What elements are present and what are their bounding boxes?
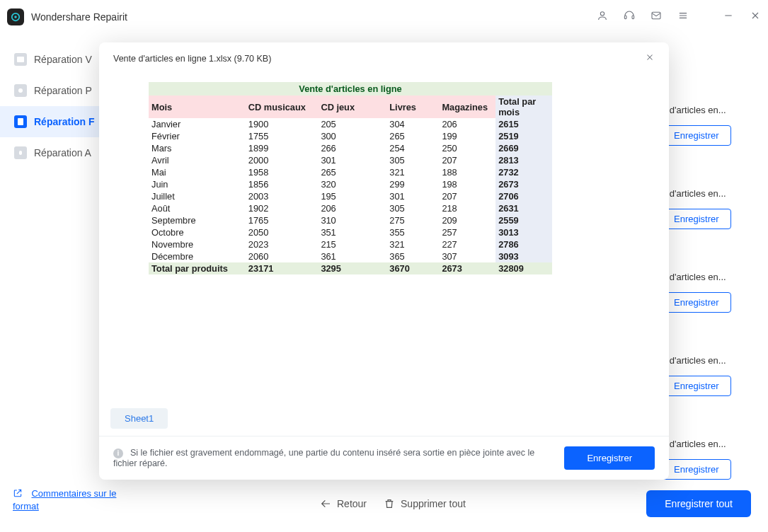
preview-modal: Vente d'articles en ligne 1.xlsx (9.70 K… [99, 42, 669, 480]
totals-label: Total par produits [149, 262, 246, 274]
svg-rect-8 [18, 118, 23, 125]
back-button[interactable]: Retour [320, 498, 367, 509]
col-header: Total par mois [495, 96, 552, 118]
table-row: Octobre20503513552573013 [149, 226, 552, 238]
table-row: Août19022063052182631 [149, 202, 552, 214]
table-row: Juillet20031953012072706 [149, 190, 552, 202]
cell-month: Septembre [149, 214, 246, 226]
cell-mags: 206 [439, 118, 495, 130]
file-card-name: e d'articles en... [662, 105, 754, 115]
feedback-link[interactable]: Commentaires sur le format [0, 477, 151, 532]
header-row: Mois CD musicaux CD jeux Livres Magazine… [149, 96, 552, 118]
account-icon[interactable] [597, 10, 608, 24]
cell-cdm: 1856 [246, 178, 319, 190]
file-card-save-button[interactable]: Enregistrer [662, 459, 731, 480]
cell-mags: 199 [439, 130, 495, 142]
totals-cdm: 23171 [246, 262, 319, 274]
svg-rect-4 [632, 16, 634, 19]
save-all-button[interactable]: Enregistrer tout [646, 490, 751, 517]
cell-livres: 365 [386, 250, 439, 262]
info-icon: i [113, 449, 123, 458]
cell-cdj: 310 [318, 214, 386, 226]
mail-icon[interactable] [650, 10, 662, 24]
cell-cdj: 351 [318, 226, 386, 238]
cell-cdj: 195 [318, 190, 386, 202]
cell-month: Juillet [149, 190, 246, 202]
cell-cdj: 320 [318, 178, 386, 190]
cell-livres: 321 [386, 166, 439, 178]
col-header: CD jeux [318, 96, 386, 118]
totals-grand: 32809 [495, 262, 552, 274]
cell-mags: 207 [439, 154, 495, 166]
totals-mags: 2673 [439, 262, 495, 274]
cell-month: Novembre [149, 238, 246, 250]
cell-cdj: 205 [318, 118, 386, 130]
modal-save-button[interactable]: Enregistrer [564, 446, 655, 470]
cell-month: Octobre [149, 226, 246, 238]
cell-mags: 257 [439, 226, 495, 238]
bottom-toolbar: Retour Supprimer tout Enregistrer tout [303, 481, 768, 532]
cell-livres: 301 [386, 190, 439, 202]
table-row: Mai19582653211882732 [149, 166, 552, 178]
cell-month: Février [149, 130, 246, 142]
file-card-save-button[interactable]: Enregistrer [662, 292, 731, 313]
app-logo-icon [7, 8, 24, 25]
cell-livres: 355 [386, 226, 439, 238]
cell-cdm: 2003 [246, 190, 319, 202]
delete-all-label: Supprimer tout [401, 498, 466, 509]
cell-total: 2786 [495, 238, 552, 250]
sidebar-item-label: Réparation V [34, 54, 92, 65]
table-row: Novembre20232153212272786 [149, 238, 552, 250]
feedback-label[interactable]: Commentaires sur le format [13, 488, 116, 511]
col-header: Livres [386, 96, 439, 118]
cell-livres: 275 [386, 214, 439, 226]
footer-note-text: Si le fichier est gravement endommagé, u… [113, 448, 534, 468]
totals-cdj: 3295 [318, 262, 386, 274]
modal-body[interactable]: Vente d'articles en ligne Mois CD musica… [99, 75, 669, 401]
sheet-tab[interactable]: Sheet1 [110, 408, 168, 429]
cell-total: 3093 [495, 250, 552, 262]
file-card-save-button[interactable]: Enregistrer [662, 125, 731, 146]
table-row: Juin18563202991982673 [149, 178, 552, 190]
cell-cdm: 2000 [246, 154, 319, 166]
cell-total: 2519 [495, 130, 552, 142]
cell-cdj: 266 [318, 142, 386, 154]
cell-cdj: 300 [318, 130, 386, 142]
cell-total: 2669 [495, 142, 552, 154]
cell-mags: 188 [439, 166, 495, 178]
table-row: Février17553002651992519 [149, 130, 552, 142]
delete-all-button[interactable]: Supprimer tout [384, 498, 466, 509]
support-icon[interactable] [624, 10, 635, 24]
svg-rect-3 [624, 16, 626, 19]
col-header: CD musicaux [246, 96, 319, 118]
back-arrow-icon [320, 498, 331, 509]
cell-cdj: 361 [318, 250, 386, 262]
cell-livres: 304 [386, 118, 439, 130]
cell-total: 2615 [495, 118, 552, 130]
file-card: e d'articles en...Enregistrer [662, 105, 754, 146]
modal-close-button[interactable] [645, 52, 655, 65]
svg-point-2 [600, 12, 604, 16]
cell-cdm: 1755 [246, 130, 319, 142]
file-card-save-button[interactable]: Enregistrer [662, 376, 731, 396]
cell-mags: 198 [439, 178, 495, 190]
cell-cdm: 1900 [246, 118, 319, 130]
cell-mags: 307 [439, 250, 495, 262]
menu-icon[interactable] [677, 10, 689, 24]
cell-mags: 250 [439, 142, 495, 154]
cell-livres: 254 [386, 142, 439, 154]
file-card: e d'articles en...Enregistrer [662, 355, 754, 396]
minimize-icon[interactable] [723, 10, 734, 24]
cell-total: 2559 [495, 214, 552, 226]
col-header: Mois [149, 96, 246, 118]
cell-total: 2631 [495, 202, 552, 214]
titlebar: Wondershare Repairit [0, 0, 768, 34]
cell-livres: 305 [386, 154, 439, 166]
cell-mags: 207 [439, 190, 495, 202]
close-icon[interactable] [750, 10, 761, 24]
cell-cdj: 301 [318, 154, 386, 166]
table-row: Janvier19002053042062615 [149, 118, 552, 130]
file-card-save-button[interactable]: Enregistrer [662, 209, 731, 229]
cell-mags: 218 [439, 202, 495, 214]
cell-cdm: 1902 [246, 202, 319, 214]
